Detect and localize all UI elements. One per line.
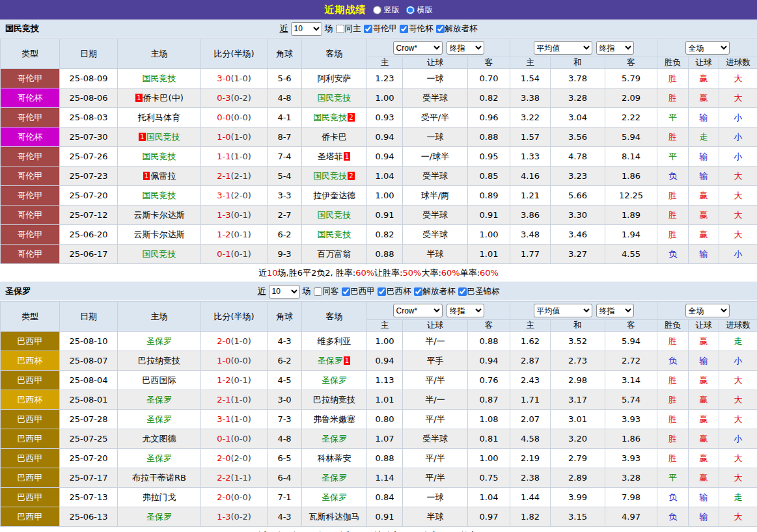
league-filter[interactable]: 解放者杯 bbox=[414, 286, 456, 297]
avg-away-cell: 1.94 bbox=[605, 225, 657, 245]
score-cell: 0-3(0-2) bbox=[201, 88, 268, 108]
goals-result-cell: 小 bbox=[719, 429, 757, 449]
summary-segment: 60% bbox=[355, 268, 374, 278]
result-cell: 负 bbox=[657, 245, 689, 264]
home-team-cell: 国民竞技 bbox=[118, 186, 201, 206]
handicap-cell: 一球 bbox=[403, 127, 468, 147]
league-checkbox[interactable] bbox=[414, 287, 422, 296]
date-cell: 25-06-20 bbox=[60, 225, 118, 245]
final-odds-select[interactable]: 终指 bbox=[447, 41, 484, 55]
odds-away-cell: 0.88 bbox=[468, 332, 510, 351]
avg-away-cell: 2.22 bbox=[605, 108, 657, 127]
column-subheader: 让球 bbox=[689, 320, 719, 332]
horizontal-radio-input[interactable] bbox=[406, 6, 415, 14]
bookmaker-select[interactable]: Crow* bbox=[393, 304, 443, 317]
results-table: 类型日期主场比分(半场)角球客场Crow*终指平均值终指全场主让球客主和客胜负让… bbox=[0, 301, 757, 527]
league-cell: 哥伦甲 bbox=[1, 108, 60, 127]
avg-draw-cell: 3.28 bbox=[551, 88, 605, 108]
vertical-radio-input[interactable] bbox=[373, 6, 381, 14]
away-team-cell: 圣保罗 bbox=[302, 488, 367, 507]
handicap-result-cell: 赢 bbox=[689, 186, 719, 206]
match-count-select[interactable]: 10 bbox=[291, 22, 322, 36]
team-section-header: 国民竞技近10场同主哥伦甲哥伦杯解放者杯 bbox=[0, 20, 757, 38]
league-cell: 哥伦甲 bbox=[1, 186, 60, 206]
column-subheader: 让球 bbox=[689, 57, 719, 69]
layout-radio-horizontal[interactable]: 横版 bbox=[406, 5, 433, 16]
away-team-cell: 国民竞技2 bbox=[302, 166, 367, 186]
horizontal-radio-label: 横版 bbox=[417, 5, 433, 16]
league-filter[interactable]: 巴圣锦标 bbox=[458, 286, 500, 297]
fulltime-score: 0-1 bbox=[217, 249, 230, 259]
average-select[interactable]: 平均值 bbox=[534, 304, 592, 317]
league-checkbox[interactable] bbox=[400, 25, 408, 33]
halftime-score: (0-1) bbox=[230, 249, 251, 259]
result-cell: 平 bbox=[657, 147, 689, 166]
bookmaker-select[interactable]: Crow* bbox=[393, 41, 443, 55]
europe-odds-group-header: 平均值终指 bbox=[510, 39, 657, 57]
corner-cell: 3-3 bbox=[268, 186, 302, 206]
column-subheader: 胜负 bbox=[657, 57, 689, 69]
column-subheader: 主 bbox=[367, 57, 403, 69]
same-venue-filter[interactable]: 同客 bbox=[314, 286, 339, 297]
scope-select[interactable]: 全场 bbox=[685, 41, 730, 55]
league-filter[interactable]: 巴西杯 bbox=[378, 286, 411, 297]
europe-odds-group-header: 平均值终指 bbox=[510, 302, 657, 320]
home-team-cell: 圣保罗 bbox=[118, 410, 201, 429]
league-filter[interactable]: 哥伦杯 bbox=[400, 23, 434, 34]
halftime-score: (0-1) bbox=[230, 210, 251, 220]
handicap-result-cell: 赢 bbox=[689, 390, 719, 410]
league-checkbox[interactable] bbox=[458, 287, 467, 296]
league-checkbox[interactable] bbox=[364, 25, 372, 33]
league-cell: 巴西甲 bbox=[1, 332, 60, 351]
match-row: 哥伦杯25-08-061侨卡巴(中)0-3(0-2)4-8国民竞技1.00受半球… bbox=[1, 88, 757, 108]
handicap-result-cell: 赢 bbox=[689, 88, 719, 108]
corner-cell: 4-8 bbox=[268, 429, 302, 449]
league-filter[interactable]: 巴西甲 bbox=[342, 286, 376, 297]
handicap-result-cell: 赢 bbox=[689, 206, 719, 225]
near-link[interactable]: 近 bbox=[258, 286, 266, 297]
team-name-text: 国民竞技 bbox=[143, 73, 176, 83]
same-venue-filter[interactable]: 同主 bbox=[336, 23, 361, 34]
final-odds-select[interactable]: 终指 bbox=[447, 304, 484, 317]
scope-select[interactable]: 全场 bbox=[685, 304, 730, 317]
avg-draw-cell: 4.78 bbox=[551, 147, 605, 166]
column-header: 主场 bbox=[118, 39, 201, 69]
layout-radio-vertical[interactable]: 竖版 bbox=[373, 5, 400, 16]
league-cell: 哥伦甲 bbox=[1, 225, 60, 245]
average-select[interactable]: 平均值 bbox=[534, 41, 592, 55]
final-europe-select[interactable]: 终指 bbox=[596, 304, 634, 317]
final-europe-select[interactable]: 终指 bbox=[596, 41, 634, 55]
league-filter[interactable]: 解放者杯 bbox=[436, 23, 478, 34]
goals-result-cell: 小 bbox=[719, 147, 757, 166]
halftime-score: (2-0) bbox=[230, 453, 251, 463]
avg-home-cell: 4.58 bbox=[510, 429, 551, 449]
score-cell: 1-3(0-1) bbox=[201, 206, 268, 225]
team-name-text: 圣保罗 bbox=[146, 414, 172, 424]
away-team-cell: 巴拉纳竞技 bbox=[302, 390, 367, 410]
halftime-score: (0-1) bbox=[230, 230, 251, 239]
match-count-select[interactable]: 10 bbox=[269, 285, 300, 299]
halftime-score: (2-0) bbox=[230, 191, 251, 200]
avg-away-cell: 2.72 bbox=[605, 351, 657, 371]
team-name-text: 圣保罗 bbox=[318, 356, 343, 366]
corner-cell: 4-1 bbox=[268, 108, 302, 127]
team-name-text: 弗拉门戈 bbox=[143, 492, 176, 502]
team-name-text: 科林蒂安 bbox=[318, 453, 351, 463]
league-filter[interactable]: 哥伦甲 bbox=[364, 23, 398, 34]
team-name-text: 国民竞技 bbox=[318, 93, 351, 103]
score-cell: 3-1(2-0) bbox=[201, 186, 268, 206]
event-badge: 1 bbox=[344, 152, 350, 161]
same-venue-checkbox[interactable] bbox=[336, 25, 344, 33]
team-name-text: 国民竞技 bbox=[318, 230, 351, 239]
same-venue-checkbox[interactable] bbox=[314, 287, 322, 296]
near-link[interactable]: 近 bbox=[280, 23, 288, 34]
league-checkbox[interactable] bbox=[378, 287, 386, 296]
summary-segment: 近 bbox=[258, 267, 267, 279]
away-team-cell: 国民竞技 bbox=[302, 225, 367, 245]
summary-segment: 场,胜6平1负3, 胜率: bbox=[278, 530, 356, 532]
summary-segment: 让胜率: bbox=[374, 530, 402, 532]
league-checkbox[interactable] bbox=[342, 287, 350, 296]
league-checkbox[interactable] bbox=[436, 25, 445, 33]
avg-home-cell: 1.77 bbox=[510, 245, 551, 264]
odds-home-cell: 0.94 bbox=[367, 147, 403, 166]
